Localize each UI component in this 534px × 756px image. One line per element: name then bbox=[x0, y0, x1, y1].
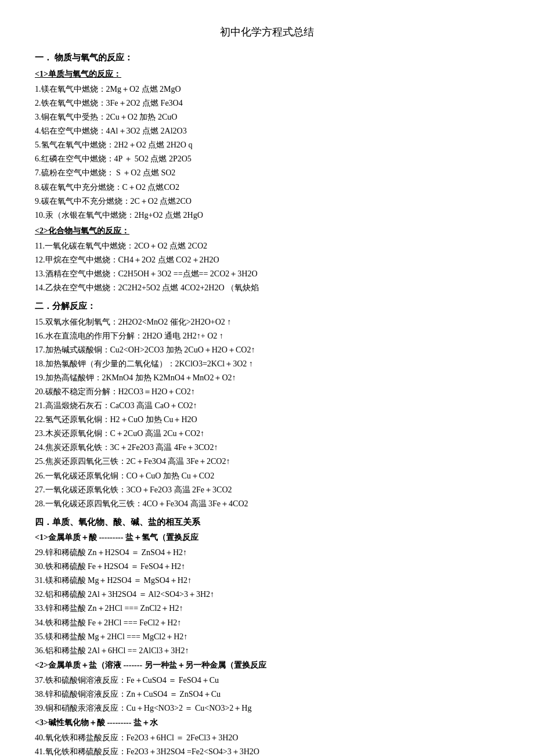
content-line: 3.铜在氧气中受热：2Cu＋O2 加热 2CuO bbox=[35, 110, 499, 124]
content-line: 20.碳酸不稳定而分解：H2CO3＝H2O＋CO2↑ bbox=[35, 385, 499, 398]
content-line: 21.高温煅烧石灰石：CaCO3 高温 CaO＋CO2↑ bbox=[35, 399, 499, 412]
content-line: 24.焦炭还原氧化铁：3C＋2Fe2O3 高温 4Fe＋3CO2↑ bbox=[35, 441, 499, 454]
content-line: 33.锌和稀盐酸 Zn＋2HCl === ZnCl2＋H2↑ bbox=[35, 602, 499, 615]
content-line: 35.镁和稀盐酸 Mg＋2HCl === MgCl2＋H2↑ bbox=[35, 630, 499, 643]
bold-line: <3>碱性氧化物＋酸 --------- 盐＋水 bbox=[35, 716, 499, 730]
content-line: 38.锌和硫酸铜溶液反应：Zn＋CuSO4 ＝ ZnSO4＋Cu bbox=[35, 687, 499, 701]
content-line: 25.焦炭还原四氧化三铁：2C＋Fe3O4 高温 3Fe＋2CO2↑ bbox=[35, 455, 499, 468]
section-heading: 四．单质、氧化物、酸、碱、盐的相互关系 bbox=[35, 515, 499, 530]
content-line: 16.水在直流电的作用下分解：2H2O 通电 2H2↑+ O2 ↑ bbox=[35, 329, 499, 343]
content-line: 7.硫粉在空气中燃烧： S ＋O2 点燃 SO2 bbox=[35, 166, 499, 179]
content-line: 13.酒精在空气中燃烧：C2H5OH＋3O2 ==点燃== 2CO2＋3H2O bbox=[35, 267, 499, 280]
section-heading: 二．分解反应： bbox=[35, 299, 499, 314]
content-line: 9.碳在氧气中不充分燃烧：2C＋O2 点燃2CO bbox=[35, 195, 499, 208]
content-line: 17.加热碱式碳酸铜：Cu2<OH>2CO3 加热 2CuO＋H2O＋CO2↑ bbox=[35, 343, 499, 357]
content-line: 27.一氧化碳还原氧化铁：3CO＋Fe2O3 高温 2Fe＋3CO2 bbox=[35, 483, 499, 496]
bold-line: <2>金属单质＋盐（溶液 ------- 另一种盐＋另一种金属（置换反应 bbox=[35, 658, 499, 672]
content-line: 19.加热高锰酸钾：2KMnO4 加热 K2MnO4＋MnO2＋O2↑ bbox=[35, 371, 499, 384]
content-line: 6.红磷在空气中燃烧：4P ＋ 5O2 点燃 2P2O5 bbox=[35, 152, 499, 165]
content-line: 28.一氧化碳还原四氧化三铁：4CO＋Fe3O4 高温 3Fe＋4CO2 bbox=[35, 497, 499, 510]
content-line: 23.木炭还原氧化铜：C＋2CuO 高温 2Cu＋CO2↑ bbox=[35, 427, 499, 440]
content-line: 8.碳在氧气中充分燃烧：C＋O2 点燃CO2 bbox=[35, 181, 499, 194]
content-line: 5.氢气在氧气中燃烧：2H2＋O2 点燃 2H2O q bbox=[35, 138, 499, 152]
sub-heading: <1>单质与氧气的反应： bbox=[35, 67, 499, 81]
content-line: 2.铁在氧气中燃烧：3Fe＋2O2 点燃 Fe3O4 bbox=[35, 96, 499, 110]
content-line: 34.铁和稀盐酸 Fe＋2HCl === FeCl2＋H2↑ bbox=[35, 616, 499, 629]
content-line: 40.氧化铁和稀盐酸反应：Fe2O3＋6HCl ＝ 2FeCl3＋3H2O bbox=[35, 731, 499, 744]
content-line: 10.汞（水银在氧气中燃烧：2Hg+O2 点燃 2HgO bbox=[35, 208, 499, 222]
content-line: 39.铜和硝酸汞溶液反应：Cu＋Hg<NO3>2 ＝ Cu<NO3>2＋Hg bbox=[35, 701, 499, 715]
content-line: 32.铝和稀硫酸 2Al＋3H2SO4 ＝ Al2<SO4>3＋3H2↑ bbox=[35, 588, 499, 601]
content-line: 29.锌和稀硫酸 Zn＋H2SO4 ＝ ZnSO4＋H2↑ bbox=[35, 546, 499, 559]
content-line: 11.一氧化碳在氧气中燃烧：2CO＋O2 点燃 2CO2 bbox=[35, 239, 499, 253]
content-line: 41.氧化铁和稀硫酸反应：Fe2O3＋3H2SO4 =Fe2<SO4>3＋3H2… bbox=[35, 745, 499, 756]
content-line: 31.镁和稀硫酸 Mg＋H2SO4 ＝ MgSO4＋H2↑ bbox=[35, 574, 499, 587]
content-line: 36.铝和稀盐酸 2Al＋6HCl == 2AlCl3＋3H2↑ bbox=[35, 644, 499, 657]
sub-heading: <2>化合物与氧气的反应： bbox=[35, 224, 499, 238]
page-title: 初中化学方程式总结 bbox=[35, 23, 499, 41]
section-heading: 一． 物质与氧气的反应： bbox=[35, 51, 499, 66]
bold-line: <1>金属单质＋酸 --------- 盐＋氢气（置换反应 bbox=[35, 531, 499, 545]
content-line: 4.铝在空气中燃烧：4Al＋3O2 点燃 2Al2O3 bbox=[35, 124, 499, 138]
content-line: 15.双氧水催化制氧气：2H2O2<MnO2 催化>2H2O+O2 ↑ bbox=[35, 315, 499, 329]
content-area: 一． 物质与氧气的反应：<1>单质与氧气的反应：1.镁在氧气中燃烧：2Mg＋O2… bbox=[35, 51, 499, 756]
content-line: 1.镁在氧气中燃烧：2Mg＋O2 点燃 2MgO bbox=[35, 82, 499, 96]
content-line: 22.氢气还原氧化铜：H2＋CuO 加热 Cu＋H2O bbox=[35, 413, 499, 426]
content-line: 14.乙炔在空气中燃烧：2C2H2+5O2 点燃 4CO2+2H2O （氧炔焰 bbox=[35, 281, 499, 294]
content-line: 37.铁和硫酸铜溶液反应：Fe＋CuSO4 ＝ FeSO4＋Cu bbox=[35, 674, 499, 687]
content-line: 12.甲烷在空气中燃烧：CH4＋2O2 点燃 CO2＋2H2O bbox=[35, 253, 499, 267]
content-line: 26.一氧化碳还原氧化铜：CO＋CuO 加热 Cu＋CO2 bbox=[35, 469, 499, 483]
content-line: 30.铁和稀硫酸 Fe＋H2SO4 ＝ FeSO4＋H2↑ bbox=[35, 560, 499, 573]
content-line: 18.加热氯酸钾（有少量的二氧化锰）：2KClO3=2KCl＋3O2 ↑ bbox=[35, 357, 499, 370]
